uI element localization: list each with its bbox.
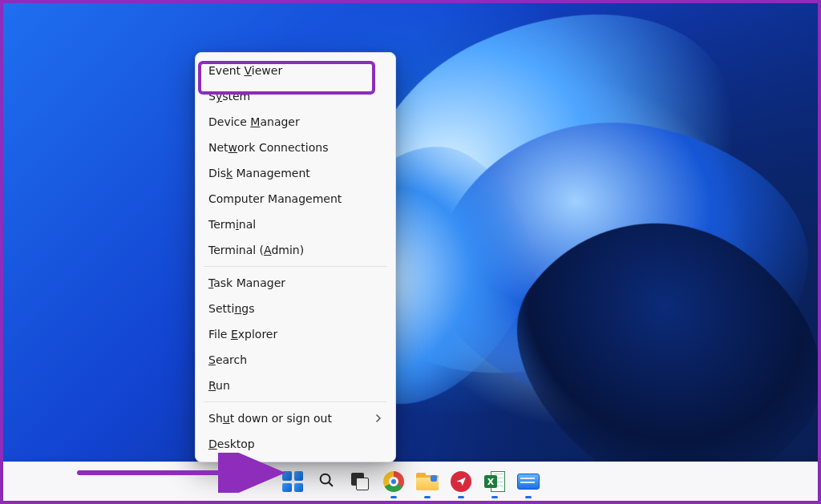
menu-item-label: Terminal (Admin) [208,244,304,256]
taskbar: X [3,462,818,501]
task-view-button[interactable] [349,470,371,493]
paper-plane-icon [451,471,471,492]
menu-item-disk-management[interactable]: Disk Management [196,160,395,186]
running-indicator [491,496,498,498]
menu-item-label: Disk Management [208,167,310,179]
taskbar-app-chrome[interactable] [382,470,405,493]
menu-item-settings[interactable]: Settings [196,296,395,321]
menu-separator [204,401,387,402]
folder-icon [416,473,439,490]
taskbar-app-blue[interactable] [517,470,540,493]
taskbar-search-button[interactable] [315,470,338,493]
menu-item-label: Computer Management [208,192,342,205]
start-button[interactable] [281,470,304,493]
running-indicator [525,496,532,498]
menu-item-label: System [208,90,250,103]
excel-icon: X [484,471,505,492]
winx-power-user-menu: Event ViewerSystemDevice ManagerNetwork … [195,52,396,462]
menu-item-label: Task Manager [208,276,285,289]
menu-item-label: Run [208,379,230,392]
menu-item-system[interactable]: System [196,83,395,109]
menu-item-label: Desktop [208,437,255,450]
menu-item-computer-management[interactable]: Computer Management [196,186,395,212]
menu-item-event-viewer[interactable]: Event Viewer [196,58,395,83]
windows11-bloom-wallpaper [3,3,818,501]
chevron-right-icon [374,414,382,422]
menu-item-run[interactable]: Run [196,373,395,398]
menu-item-label: Device Manager [208,115,300,128]
screenshot-frame: Event ViewerSystemDevice ManagerNetwork … [0,0,821,504]
taskbar-app-excel[interactable]: X [483,470,506,493]
menu-item-label: Event Viewer [208,64,282,77]
menu-item-search[interactable]: Search [196,347,395,373]
menu-item-task-manager[interactable]: Task Manager [196,270,395,296]
menu-item-label: File Explorer [208,328,277,341]
menu-item-terminal-admin[interactable]: Terminal (Admin) [196,237,395,263]
menu-item-label: Network Connections [208,141,328,154]
taskbar-app-file-explorer[interactable] [416,470,439,493]
running-indicator [390,496,397,498]
menu-separator [204,266,387,267]
chrome-icon [383,471,404,492]
menu-item-label: Settings [208,302,254,315]
app-window-icon [517,474,540,490]
windows-logo-icon [282,471,303,492]
svg-line-1 [329,482,332,486]
taskbar-app-send[interactable] [450,470,472,493]
menu-item-device-manager[interactable]: Device Manager [196,109,395,135]
menu-item-terminal[interactable]: Terminal [196,212,395,237]
running-indicator [424,496,431,498]
task-view-icon [351,473,369,490]
menu-item-desktop[interactable]: Desktop [196,431,395,457]
menu-item-network-connections[interactable]: Network Connections [196,135,395,160]
menu-item-label: Terminal [208,218,256,231]
menu-item-label: Shut down or sign out [208,412,332,425]
menu-item-file-explorer[interactable]: File Explorer [196,321,395,347]
running-indicator [458,496,464,498]
menu-item-label: Search [208,353,247,366]
search-icon [317,471,335,492]
menu-item-shut-down-or-sign-out[interactable]: Shut down or sign out [196,405,395,431]
